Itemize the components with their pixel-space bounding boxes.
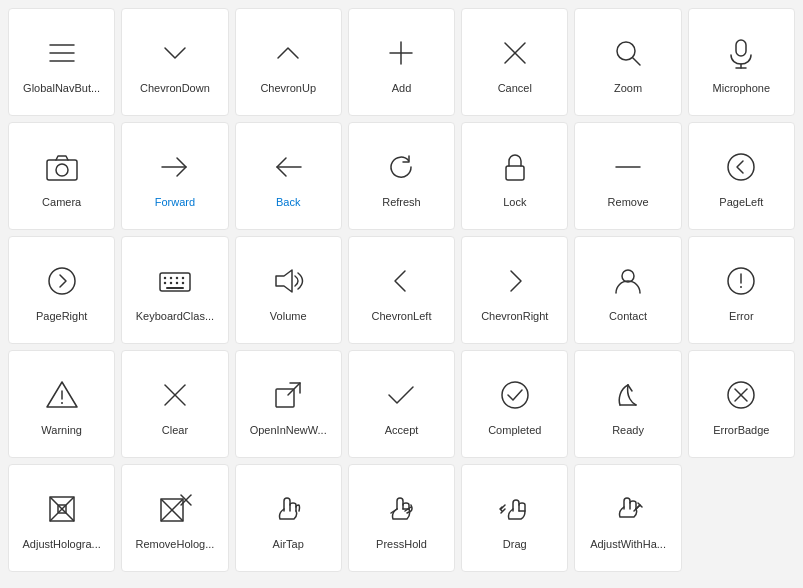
accept-label: Accept [385,423,419,437]
add-icon [381,33,421,73]
keyboard-classic-icon [155,261,195,301]
ready-cell[interactable]: Ready [574,350,681,458]
error-icon [721,261,761,301]
global-nav-button-icon [42,33,82,73]
forward-cell[interactable]: Forward [121,122,228,230]
accept-icon [381,375,421,415]
camera-label: Camera [42,195,81,209]
chevron-up-cell[interactable]: ChevronUp [235,8,342,116]
remove-hologram-cell[interactable]: RemoveHolog... [121,464,228,572]
svg-line-54 [161,499,172,510]
remove-hologram-icon [155,489,195,529]
adjust-with-hand-cell[interactable]: AdjustWithHa... [574,464,681,572]
camera-cell[interactable]: Camera [8,122,115,230]
completed-cell[interactable]: Completed [461,350,568,458]
open-in-new-window-cell[interactable]: OpenInNewW... [235,350,342,458]
lock-icon [495,147,535,187]
press-hold-label: PressHold [376,537,427,551]
svg-point-13 [56,164,68,176]
cancel-label: Cancel [498,81,532,95]
back-label: Back [276,195,300,209]
volume-cell[interactable]: Volume [235,236,342,344]
open-in-new-window-icon [268,375,308,415]
air-tap-cell[interactable]: AirTap [235,464,342,572]
add-cell[interactable]: Add [348,8,455,116]
chevron-down-label: ChevronDown [140,81,210,95]
refresh-cell[interactable]: Refresh [348,122,455,230]
drag-cell[interactable]: Drag [461,464,568,572]
clear-label: Clear [162,423,188,437]
keyboard-classic-label: KeyboardClas... [136,309,214,323]
page-left-label: PageLeft [719,195,763,209]
forward-label: Forward [155,195,195,209]
chevron-right-cell[interactable]: ChevronRight [461,236,568,344]
lock-cell[interactable]: Lock [461,122,568,230]
chevron-up-icon [268,33,308,73]
global-nav-button-cell[interactable]: GlobalNavBut... [8,8,115,116]
clear-cell[interactable]: Clear [121,350,228,458]
chevron-left-cell[interactable]: ChevronLeft [348,236,455,344]
warning-cell[interactable]: Warning [8,350,115,458]
drag-label: Drag [503,537,527,551]
chevron-left-label: ChevronLeft [372,309,432,323]
back-icon [268,147,308,187]
page-right-label: PageRight [36,309,87,323]
svg-marker-30 [276,270,292,292]
svg-line-49 [62,497,74,509]
zoom-icon [608,33,648,73]
completed-icon [495,375,535,415]
ready-label: Ready [612,423,644,437]
camera-icon [42,147,82,187]
microphone-icon [721,33,761,73]
open-in-new-window-label: OpenInNewW... [250,423,327,437]
adjust-with-hand-label: AdjustWithHa... [590,537,666,551]
svg-point-42 [502,382,528,408]
back-cell[interactable]: Back [235,122,342,230]
svg-line-8 [633,58,640,65]
svg-point-19 [49,268,75,294]
contact-cell[interactable]: Contact [574,236,681,344]
error-badge-label: ErrorBadge [713,423,769,437]
keyboard-classic-cell[interactable]: KeyboardClas... [121,236,228,344]
completed-label: Completed [488,423,541,437]
error-label: Error [729,309,753,323]
add-label: Add [392,81,412,95]
chevron-right-label: ChevronRight [481,309,548,323]
cancel-cell[interactable]: Cancel [461,8,568,116]
contact-icon [608,261,648,301]
svg-point-31 [622,270,634,282]
adjust-with-hand-icon [608,489,648,529]
adjust-hologram-icon [42,489,82,529]
accept-cell[interactable]: Accept [348,350,455,458]
chevron-down-cell[interactable]: ChevronDown [121,8,228,116]
remove-label: Remove [608,195,649,209]
air-tap-label: AirTap [273,537,304,551]
chevron-left-icon [381,261,421,301]
contact-label: Contact [609,309,647,323]
svg-line-51 [62,509,74,521]
volume-label: Volume [270,309,307,323]
page-left-icon [721,147,761,187]
svg-line-50 [50,509,62,521]
page-left-cell[interactable]: PageLeft [688,122,795,230]
error-badge-cell[interactable]: ErrorBadge [688,350,795,458]
svg-rect-9 [736,40,746,56]
icon-grid: GlobalNavBut... ChevronDown ChevronUp Ad… [8,8,795,572]
microphone-cell[interactable]: Microphone [688,8,795,116]
svg-point-7 [617,42,635,60]
zoom-cell[interactable]: Zoom [574,8,681,116]
page-right-icon [42,261,82,301]
error-cell[interactable]: Error [688,236,795,344]
chevron-up-label: ChevronUp [260,81,316,95]
drag-icon [495,489,535,529]
press-hold-cell[interactable]: PressHold [348,464,455,572]
adjust-hologram-cell[interactable]: AdjustHologra... [8,464,115,572]
remove-icon [608,147,648,187]
adjust-hologram-label: AdjustHologra... [23,537,101,551]
page-right-cell[interactable]: PageRight [8,236,115,344]
svg-line-48 [50,497,62,509]
remove-cell[interactable]: Remove [574,122,681,230]
warning-label: Warning [41,423,82,437]
svg-point-37 [61,402,63,404]
microphone-label: Microphone [713,81,770,95]
